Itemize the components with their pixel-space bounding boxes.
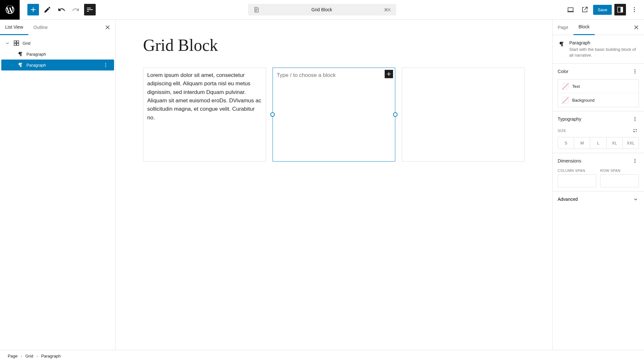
tab-page[interactable]: Page: [553, 20, 573, 35]
canvas-content: Grid Block Lorem ipsum dolor sit amet, c…: [116, 20, 552, 350]
placeholder-text: Type / to choose a block: [277, 72, 336, 78]
add-block-button[interactable]: [27, 4, 39, 15]
document-title-bar[interactable]: Grid Block ⌘K: [248, 4, 396, 15]
typography-options-button[interactable]: [631, 115, 639, 123]
svg-point-13: [634, 131, 634, 132]
advanced-toggle[interactable]: Advanced: [553, 191, 644, 207]
top-toolbar: Grid Block ⌘K Save: [0, 0, 644, 20]
svg-point-1: [634, 9, 635, 10]
breadcrumb-item[interactable]: Page: [8, 354, 17, 358]
panel-title: Dimensions: [558, 158, 581, 163]
settings-sidebar-toggle[interactable]: [614, 4, 626, 15]
size-label: SIZE: [558, 129, 566, 133]
color-swatch-none: [562, 83, 569, 90]
column-span-input[interactable]: [558, 174, 596, 187]
panel-title: Typography: [558, 116, 581, 122]
tree-item-paragraph-selected[interactable]: Paragraph: [1, 60, 114, 70]
list-view-toggle-button[interactable]: [84, 4, 96, 15]
svg-point-4: [105, 65, 106, 66]
close-icon: [104, 24, 111, 31]
command-shortcut: ⌘K: [384, 7, 391, 12]
page-title[interactable]: Grid Block: [143, 36, 525, 55]
svg-point-5: [105, 66, 106, 67]
block-info: Paragraph Start with the basic building …: [553, 35, 644, 63]
block-name: Paragraph: [569, 40, 639, 45]
grid-cell-empty[interactable]: [402, 68, 525, 162]
block-description: Start with the basic building block of a…: [569, 47, 639, 58]
block-tree: Grid Paragraph Paragraph: [0, 35, 115, 73]
svg-point-14: [635, 159, 636, 160]
editor-canvas[interactable]: Grid Block Lorem ipsum dolor sit amet, c…: [116, 20, 552, 350]
chevron-down-icon: [632, 196, 639, 202]
tree-item-options-button[interactable]: [102, 61, 110, 69]
breadcrumb: Page › Grid › Paragraph: [0, 350, 644, 362]
close-list-view-button[interactable]: [101, 21, 114, 34]
paragraph-icon: [17, 61, 24, 69]
tree-label: Grid: [23, 41, 31, 46]
size-m[interactable]: M: [574, 137, 590, 149]
svg-point-15: [635, 161, 636, 162]
panel-title: Color: [558, 69, 568, 74]
view-button[interactable]: [565, 4, 576, 15]
advanced-label: Advanced: [558, 197, 578, 202]
grid-cell-selected[interactable]: Type / to choose a block: [273, 68, 396, 162]
paragraph-text[interactable]: Lorem ipsum dolor sit amet, consectetur …: [147, 72, 261, 121]
chevron-down-icon[interactable]: [5, 40, 10, 46]
color-options-button[interactable]: [631, 68, 639, 75]
tab-list-view[interactable]: List View: [0, 20, 28, 35]
breadcrumb-item[interactable]: Paragraph: [41, 354, 61, 358]
grid-cell-paragraph[interactable]: Lorem ipsum dolor sit amet, consectetur …: [143, 68, 266, 162]
external-link-button[interactable]: [579, 4, 591, 15]
row-span-input[interactable]: [600, 174, 639, 187]
background-color-button[interactable]: Background: [558, 93, 639, 107]
resize-handle-right[interactable]: [393, 112, 398, 117]
document-title: Grid Block: [263, 7, 381, 12]
toolbar-right: Save: [565, 4, 644, 15]
tree-label: Paragraph: [26, 63, 46, 68]
close-icon: [633, 24, 640, 31]
size-custom-toggle[interactable]: [631, 127, 639, 135]
svg-point-11: [635, 120, 636, 121]
svg-point-9: [635, 117, 636, 118]
tree-label: Paragraph: [26, 52, 46, 57]
paragraph-icon: [558, 40, 565, 48]
size-l[interactable]: L: [590, 137, 606, 149]
text-color-button[interactable]: Text: [558, 79, 639, 93]
page-icon: [253, 6, 260, 13]
size-xl[interactable]: XL: [606, 137, 622, 149]
options-button[interactable]: [629, 4, 640, 15]
tree-item-grid[interactable]: Grid: [0, 38, 115, 49]
svg-point-3: [105, 63, 106, 64]
resize-handle-left[interactable]: [270, 112, 275, 117]
tab-block[interactable]: Block: [573, 20, 595, 35]
breadcrumb-item[interactable]: Grid: [25, 354, 34, 358]
paragraph-icon: [17, 51, 24, 58]
tab-outline[interactable]: Outline: [28, 20, 53, 35]
color-label: Background: [572, 98, 594, 103]
list-view-panel: List View Outline Grid Paragraph: [0, 20, 116, 350]
plus-icon: [386, 71, 392, 77]
close-settings-button[interactable]: [630, 21, 643, 34]
svg-point-8: [635, 73, 636, 74]
color-panel: Color Text Background: [553, 63, 644, 111]
size-xxl[interactable]: XXL: [622, 137, 639, 149]
wordpress-logo[interactable]: [0, 0, 20, 20]
row-span-label: ROW SPAN: [600, 169, 639, 172]
redo-button[interactable]: [70, 4, 82, 15]
settings-tabs: Page Block: [553, 20, 644, 35]
toolbar-left: [0, 0, 98, 20]
typography-panel: Typography SIZE S M L XL XXL: [553, 111, 644, 153]
breadcrumb-separator: ›: [36, 354, 38, 358]
breadcrumb-separator: ›: [21, 354, 22, 358]
tree-item-paragraph[interactable]: Paragraph: [0, 49, 115, 60]
undo-button[interactable]: [56, 4, 67, 15]
size-s[interactable]: S: [558, 137, 574, 149]
svg-point-0: [634, 7, 635, 8]
save-button[interactable]: Save: [593, 5, 612, 15]
svg-point-10: [635, 119, 636, 120]
size-button-group: S M L XL XXL: [558, 137, 639, 149]
grid-block[interactable]: Lorem ipsum dolor sit amet, consectetur …: [143, 68, 525, 162]
dimensions-options-button[interactable]: [631, 157, 639, 165]
tools-button[interactable]: [42, 4, 53, 15]
add-block-inline-button[interactable]: [385, 70, 393, 78]
